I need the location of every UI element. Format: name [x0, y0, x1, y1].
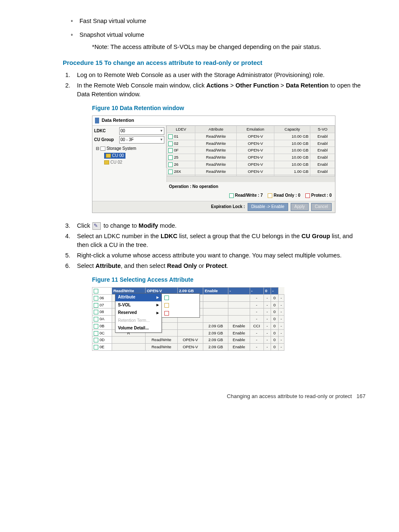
menu-svol[interactable]: S-VOL▶	[115, 301, 161, 309]
figure10-caption: Figure 10 Data Retention window	[92, 104, 366, 112]
menu-retention[interactable]: Retention Term...	[115, 317, 161, 325]
cugroup-select[interactable]: 00 - 3F▼	[119, 136, 164, 144]
step-5: Right-click a volume whose access attrib…	[72, 251, 366, 260]
expiration-lock-label: Expiration Lock :	[211, 204, 245, 210]
submenu-readwrite[interactable]: Read/Write	[162, 294, 200, 302]
chevron-down-icon: ▼	[160, 129, 163, 134]
figure10: Data Retention LDKC 00▼ CU Group 00 - 3F…	[92, 116, 366, 213]
step-4: Select an LDKC number in the LDKC list, …	[72, 232, 366, 249]
table-row[interactable]: 01Read/WriteOPEN-V10.00 GBEnabl	[167, 133, 335, 140]
figure11: 05 Read/WriteOPEN-V2.09 GBEnable --0- 06…	[92, 287, 366, 351]
sub-bullet-list: Fast Snap virtual volume Snapshot virtua…	[63, 17, 366, 39]
nav-tree[interactable]: ⊟ Storage System CU 00 CU 02	[94, 145, 164, 166]
readwrite-icon	[229, 193, 234, 198]
status-readonly: Read Only : 0	[268, 193, 300, 199]
window-title: Data Retention	[92, 116, 335, 126]
step-1: Log on to Remote Web Console as a user w…	[72, 71, 366, 80]
readonly-icon	[268, 193, 272, 198]
folder-icon	[106, 154, 111, 158]
step-6: Select Attribute, and then select Read O…	[72, 262, 366, 351]
figure11-caption: Figure 11 Selecting Access Attribute	[92, 275, 366, 284]
procedure-title: Procedure 15 To change an access attribu…	[63, 58, 366, 67]
menu-reserved[interactable]: Reserved▶	[115, 309, 161, 317]
table-row[interactable]: 26Read/WriteOPEN-V10.00 GBEnabl	[167, 161, 335, 168]
bullet-fastsnap: Fast Snap virtual volume	[79, 17, 366, 26]
attribute-submenu[interactable]: Read/Write Read Only Protect	[161, 293, 200, 318]
chevron-down-icon: ▼	[160, 137, 163, 142]
table-row[interactable]: 0FRead/WriteOPEN-V10.00 GBEnabl	[167, 147, 335, 154]
ldkc-select[interactable]: 00▼	[119, 127, 164, 135]
volume-table[interactable]: LDEV Attribute Emulation Capacity S-VO 0…	[166, 126, 335, 182]
menu-attribute[interactable]: Attribute▶ Read/Write Read Only Protect	[115, 293, 161, 301]
apply-button[interactable]: Apply	[291, 203, 309, 211]
left-panel: LDKC 00▼ CU Group 00 - 3F▼ ⊟ Storage Sys…	[92, 126, 166, 168]
status-protect: Protect : 0	[305, 193, 332, 199]
protect-icon	[164, 311, 169, 316]
readwrite-icon	[164, 296, 169, 300]
submenu-readonly[interactable]: Read Only	[162, 302, 200, 310]
modify-icon	[92, 222, 101, 230]
operation-status: Operation : No operation	[166, 182, 335, 192]
folder-icon	[104, 160, 109, 164]
tree-cu02[interactable]: CU 02	[102, 159, 164, 166]
table-row[interactable]: 28XRead/WriteOPEN-V1.00 GBEnabl	[167, 168, 335, 175]
bullet-snapshot: Snapshot virtual volume	[79, 31, 366, 39]
tree-cu00-selected[interactable]: CU 00	[104, 153, 125, 159]
page-footer: Changing an access attribute to read-onl…	[63, 393, 366, 401]
readonly-icon	[164, 303, 169, 308]
toggle-lock-button[interactable]: Disable -> Enable	[248, 203, 288, 211]
steps-list: Log on to Remote Web Console as a user w…	[63, 71, 366, 351]
cancel-button[interactable]: Cancel	[311, 203, 332, 211]
step-3: Click to change to Modify mode.	[72, 221, 366, 230]
table-row[interactable]: 25Read/WriteOPEN-V10.00 GBEnabl	[167, 154, 335, 161]
table-row[interactable]: 0ERead/WriteOPEN-V2.09 GBEnable--0-	[92, 344, 284, 351]
system-icon	[100, 146, 105, 151]
volume-icon	[94, 289, 98, 293]
submenu-protect[interactable]: Protect	[162, 309, 200, 317]
context-menu[interactable]: Attribute▶ Read/Write Read Only Protect …	[115, 293, 162, 333]
status-readwrite: Read/Write : 7	[229, 193, 263, 199]
table-row[interactable]: 02Read/WriteOPEN-V10.00 GBEnabl	[167, 140, 335, 147]
note-line: *Note: The access attribute of S-VOLs ma…	[63, 43, 366, 51]
horizontal-scrollbar[interactable]	[167, 176, 335, 182]
ldkc-label: LDKC	[94, 128, 119, 134]
menu-voldetail[interactable]: Volume Detail...	[115, 324, 161, 332]
table-row[interactable]: 0DRead/WriteOPEN-V2.09 GBEnable--0-	[92, 337, 284, 344]
step-2: In the Remote Web Console main window, c…	[72, 81, 366, 213]
protect-icon	[305, 193, 310, 198]
cugroup-label: CU Group	[94, 137, 119, 143]
